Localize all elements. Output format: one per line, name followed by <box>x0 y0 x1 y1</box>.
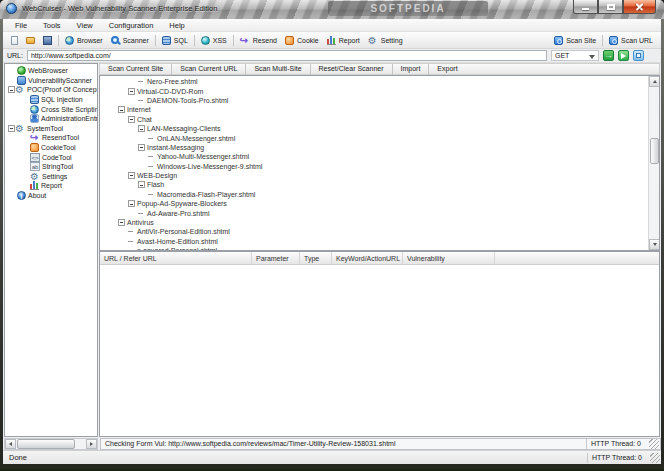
maximize-button[interactable] <box>598 0 623 14</box>
green-circle-icon <box>17 66 26 75</box>
expander-minus-icon[interactable] <box>118 219 125 226</box>
tree-item[interactable]: Macromedia-Flash-Player.shtml <box>100 190 648 199</box>
tab-separator <box>310 64 311 75</box>
tab-export[interactable]: Export <box>431 63 463 75</box>
expander-minus-icon[interactable] <box>138 181 145 188</box>
tab-scan-multi-site[interactable]: Scan Multi-Site <box>248 63 307 75</box>
menu-help[interactable]: Help <box>161 19 192 32</box>
minimize-button[interactable] <box>573 0 598 14</box>
tab-scan-current-url[interactable]: Scan Current URL <box>174 63 243 75</box>
setting-button[interactable]: ⚙Setting <box>364 35 407 46</box>
sidebar-item-webbrowser[interactable]: WebBrowser <box>5 66 97 76</box>
open-file-button[interactable] <box>22 35 39 45</box>
new-file-button[interactable] <box>7 35 22 46</box>
sidebar-item-report[interactable]: Report <box>5 181 97 191</box>
column-header-keyword-actionurl[interactable]: KeyWord/ActionURL <box>332 252 403 264</box>
expander-minus-icon[interactable] <box>8 86 15 93</box>
report-button[interactable]: Report <box>323 35 364 46</box>
xss-button[interactable]: XSS <box>197 35 231 46</box>
url-input[interactable] <box>27 50 547 61</box>
sidebar-item-settings[interactable]: ⚙Settings <box>5 172 97 182</box>
toolbar-separator <box>233 35 234 46</box>
resize-grip[interactable] <box>649 439 659 449</box>
tree-item[interactable]: OnLAN-Messenger.shtml <box>100 133 648 142</box>
tree-item[interactable]: Avast-Home-Edition.shtml <box>100 237 648 246</box>
menu-view[interactable]: View <box>69 19 101 32</box>
expander-minus-icon[interactable] <box>8 125 15 132</box>
tree-item[interactable]: Ad-Aware-Pro.shtml <box>100 208 648 217</box>
resend-button[interactable]: ↪Resend <box>236 35 281 46</box>
scroll-up-button[interactable] <box>649 76 660 87</box>
tab-import[interactable]: Import <box>395 63 427 75</box>
tree-item[interactable]: Instant-Messaging <box>100 143 648 152</box>
column-header-url-refer-url[interactable]: URL / Refer URL <box>100 252 252 264</box>
http-method-value: GET <box>555 52 569 59</box>
sidebar-item-codetool[interactable]: <>CodeTool <box>5 152 97 162</box>
sidebar-item-sql-injection[interactable]: SQL Injection <box>5 95 97 105</box>
sidebar-item-cross-site-scripting[interactable]: Cross Site Scripting <box>5 104 97 114</box>
resend-icon: ↪ <box>30 133 40 142</box>
menu-file[interactable]: File <box>7 19 35 32</box>
expander-minus-icon[interactable] <box>128 200 135 207</box>
vertical-scrollbar[interactable] <box>648 76 659 250</box>
resize-grip[interactable] <box>650 453 660 463</box>
sidebar-item-administrationentrance[interactable]: AdministrationEntrance <box>5 114 97 124</box>
scan-url-button[interactable]: Scan URL <box>605 35 657 46</box>
save-file-button[interactable] <box>39 35 56 46</box>
sidebar-item-poc-proof-of-concept[interactable]: ⚙POC(Proof Of Concept) <box>5 85 97 95</box>
sidebar-item-cookietool[interactable]: CookieTool <box>5 143 97 153</box>
scroll-down-button[interactable] <box>649 239 660 250</box>
expander-minus-icon[interactable] <box>138 125 145 132</box>
tree-item[interactable]: Popup-Ad-Spyware-Blockers <box>100 199 648 208</box>
tab-scan-current-site[interactable]: Scan Current Site <box>102 63 169 75</box>
tab-separator <box>392 64 393 75</box>
column-header-vulnerability[interactable]: Vulnerability <box>403 252 495 264</box>
sidebar-item-vulnerabilityscanner[interactable]: VulnerabilityScanner <box>5 76 97 86</box>
tree-item[interactable]: Internet <box>100 105 648 114</box>
scroll-right-button[interactable] <box>86 439 97 449</box>
sidebar-item-about[interactable]: iAbout <box>5 191 97 201</box>
tree-item[interactable]: Virtual-CD-DVD-Rom <box>100 86 648 95</box>
go-button[interactable]: → <box>603 50 614 61</box>
tree-item[interactable]: Antivirus <box>100 218 648 227</box>
browser-button[interactable]: Browser <box>61 35 107 46</box>
sidebar-horizontal-scrollbar[interactable] <box>4 438 98 450</box>
menu-configuration[interactable]: Configuration <box>101 19 162 32</box>
scanner-button[interactable]: Scanner <box>107 35 153 46</box>
http-method-select[interactable]: GET <box>551 50 599 61</box>
column-header-type[interactable]: Type <box>300 252 332 264</box>
sidebar-item-stringtool[interactable]: abStringTool <box>5 162 97 172</box>
tree-leaf-dash <box>148 156 153 157</box>
tree-item[interactable]: WEB-Design <box>100 171 648 180</box>
cookie-button[interactable]: Cookie <box>281 35 323 46</box>
expander-minus-icon[interactable] <box>128 116 135 123</box>
stop-button[interactable] <box>633 50 644 61</box>
expander-minus-icon[interactable] <box>138 144 145 151</box>
menu-tools[interactable]: Tools <box>35 19 69 32</box>
expander-minus-icon[interactable] <box>128 172 135 179</box>
title-bar[interactable]: WebCruiser - Web Vulnerability Scanner E… <box>0 0 664 19</box>
sql-button[interactable]: SQL <box>158 35 192 46</box>
expander-minus-icon[interactable] <box>128 88 135 95</box>
tree-item[interactable]: Windows-Live-Messenger-9.shtml <box>100 162 648 171</box>
close-button[interactable] <box>623 0 656 14</box>
tree-item[interactable]: DAEMON-Tools-Pro.shtml <box>100 96 648 105</box>
tree-item[interactable]: Yahoo-Multi-Messenger.shtml <box>100 152 648 161</box>
start-scan-button[interactable] <box>618 50 629 61</box>
tree-item[interactable]: Chat <box>100 115 648 124</box>
tree-item[interactable]: Nero-Free.shtml <box>100 77 648 86</box>
column-header-parameter[interactable]: Parameter <box>252 252 300 264</box>
sidebar-item-resendtool[interactable]: ↪ResendTool <box>5 133 97 143</box>
scan-site-button[interactable]: Scan Site <box>550 35 600 46</box>
expander-minus-icon[interactable] <box>118 106 125 113</box>
tree-item[interactable]: LAN-Messaging-Clients <box>100 124 648 133</box>
sidebar-item-systemtool[interactable]: ⚙SystemTool <box>5 124 97 134</box>
site-structure-tree: Nero-Free.shtmlVirtual-CD-DVD-RomDAEMON-… <box>100 77 648 251</box>
scrollbar-thumb[interactable] <box>650 138 659 164</box>
tree-item[interactable]: Flash <box>100 180 648 189</box>
tree-item[interactable]: AntiVir-Personal-Edition.shtml <box>100 227 648 236</box>
scroll-left-button[interactable] <box>5 439 16 449</box>
tab-reset-clear-scanner[interactable]: Reset/Clear Scanner <box>313 63 390 75</box>
scrollbar-thumb[interactable] <box>17 439 75 449</box>
toolbar-separator <box>58 35 59 46</box>
